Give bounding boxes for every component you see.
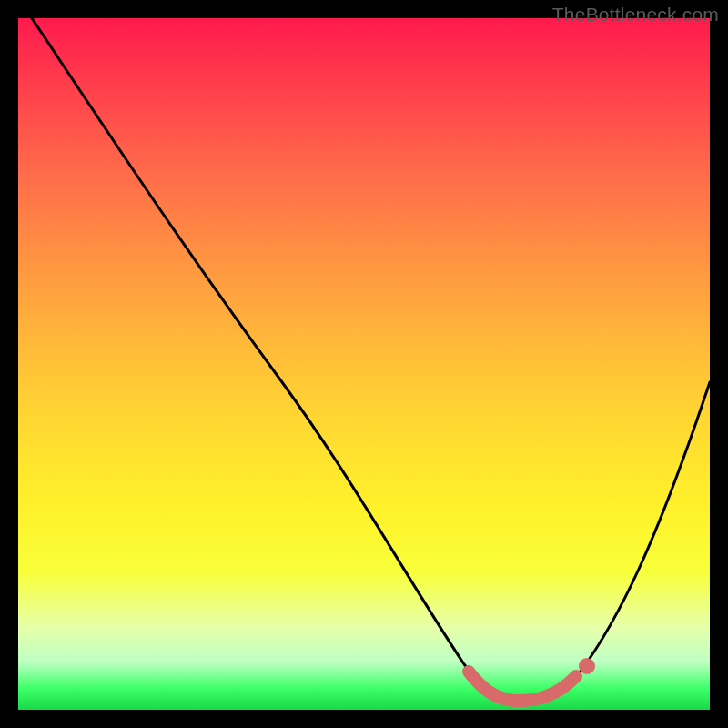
plot-area: [18, 18, 710, 710]
optimal-range-highlight: [469, 672, 576, 701]
bottleneck-curve: [32, 18, 710, 701]
watermark-text: TheBottleneck.com: [552, 4, 719, 25]
optimal-range-endpoint: [579, 658, 595, 674]
chart-frame: TheBottleneck.com: [0, 0, 728, 728]
curve-layer: [18, 18, 710, 710]
